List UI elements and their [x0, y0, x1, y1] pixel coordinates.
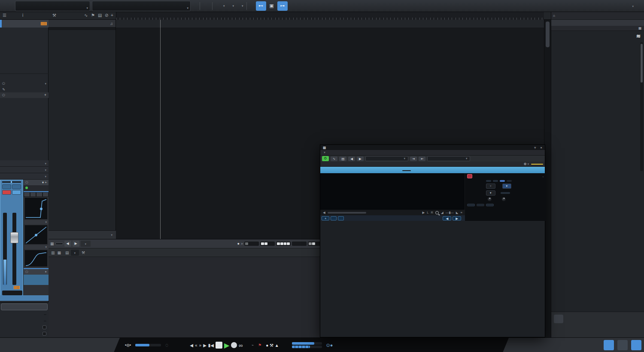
power-dot-icon[interactable]	[25, 187, 28, 189]
marker-icon[interactable]: ⚑	[258, 343, 261, 347]
close-icon[interactable]: ×	[540, 146, 542, 150]
vendor-header[interactable]: ≋	[551, 31, 644, 41]
tab-gate[interactable]	[24, 192, 30, 197]
gear-icon[interactable]: ⚙ ▾	[524, 162, 529, 166]
next-bar-button[interactable]: ▶	[203, 343, 207, 348]
automation-icon[interactable]: ∿	[331, 156, 337, 161]
insert-after-icon[interactable]: ⇤	[419, 156, 425, 161]
loop-button[interactable]: ∞	[239, 342, 243, 349]
input-select[interactable]: ▾	[0, 167, 49, 173]
solo-button[interactable]	[12, 184, 21, 189]
grid-view-icon[interactable]: ▦	[638, 26, 641, 30]
breadcrumb[interactable]: ▦	[551, 26, 644, 31]
mix-view-button[interactable]	[617, 340, 628, 350]
monitor-button[interactable]	[12, 190, 21, 195]
volume-fader[interactable]	[3, 213, 21, 285]
power-icon[interactable]: ⏻	[2, 93, 5, 97]
start-offset-knob[interactable]	[488, 197, 492, 201]
pad-color-swatch[interactable]	[467, 174, 472, 178]
file-icon[interactable]: ▤	[65, 251, 69, 255]
zoom-out-icon[interactable]: ◀	[323, 211, 325, 214]
pin-icon[interactable]: ▿	[534, 146, 536, 150]
add-track-icon[interactable]: +	[111, 13, 113, 18]
end-offset-knob[interactable]	[502, 197, 506, 201]
prev-preset-button[interactable]: ◀	[348, 156, 355, 161]
zoom-icon[interactable]	[435, 211, 439, 214]
arranger-track-header[interactable]: ♫	[49, 20, 115, 28]
edit-view-button[interactable]	[604, 340, 614, 350]
note-fx-row[interactable]: ⏻ +	[0, 92, 49, 98]
reverse-button[interactable]	[331, 216, 337, 220]
pattern-name[interactable]	[55, 242, 63, 245]
prev-variation-button[interactable]: ◀	[64, 241, 71, 247]
return-to-start-button[interactable]: ▮◀	[208, 343, 214, 348]
layer-mode-select[interactable]: ▾	[486, 184, 495, 189]
trigger-toggle-button[interactable]	[507, 180, 512, 182]
play-button[interactable]: ▶	[224, 341, 229, 349]
instrument-instance-select[interactable]: ▾	[320, 150, 545, 156]
inspector-track-header[interactable]	[0, 20, 49, 28]
eq-mode-select[interactable]: ▾	[24, 220, 49, 224]
gain-slider-icon[interactable]: —▮—	[446, 211, 454, 214]
sample-waveform-display[interactable]	[320, 173, 465, 210]
menu-icon[interactable]: ☰	[3, 13, 6, 18]
toggle-icon[interactable]: ⊙●	[326, 343, 333, 348]
instrument-keyboard-icon[interactable]	[14, 286, 20, 289]
comp-graph[interactable]	[24, 225, 48, 245]
forward-button[interactable]: »	[199, 343, 202, 348]
autoscroll-toggle-icon[interactable]: ⊶	[277, 1, 288, 11]
timebase-select[interactable]: ▾	[230, 3, 234, 8]
add-send-icon[interactable]: +	[45, 270, 47, 274]
reset-button[interactable]	[486, 204, 494, 206]
eq-graph[interactable]	[24, 197, 48, 220]
automation-icon[interactable]: ∿	[84, 13, 88, 18]
quantize-select[interactable]: ▾	[486, 190, 495, 196]
keyboard-view-icon[interactable]: ▥	[51, 251, 55, 255]
pad-focus-button[interactable]	[402, 170, 411, 171]
instrument-keyboard-icon[interactable]	[41, 22, 47, 25]
event-name[interactable]	[1, 303, 48, 310]
normalize-button[interactable]	[338, 216, 344, 220]
all-notes-off-button[interactable]	[467, 204, 475, 206]
pattern-instrument-select[interactable]: ▾	[71, 250, 79, 256]
insert-before-icon[interactable]: ⇥	[410, 156, 417, 161]
variation-select[interactable]: ▾	[81, 241, 91, 247]
automation-parameter-row[interactable]: ⏻ ▾	[0, 81, 49, 87]
scrollbar-thumb[interactable]	[641, 44, 643, 83]
prev-sample-button[interactable]: ◀	[443, 216, 451, 220]
copy-button[interactable]	[337, 164, 343, 165]
track-height-select[interactable]: ▾	[111, 233, 112, 237]
performance-meter[interactable]	[135, 344, 161, 346]
automation-parameter-box[interactable]: ▾	[15, 1, 90, 11]
tab-limit[interactable]	[43, 192, 49, 197]
right-marker-icon[interactable]: R	[431, 211, 433, 214]
info-icon[interactable]: i	[22, 13, 23, 18]
comp-mode-select[interactable]: ▾	[24, 245, 49, 249]
disable-icon[interactable]: ⊘	[105, 13, 108, 18]
pan-slider[interactable]	[2, 181, 21, 183]
timeline-ruler[interactable]	[116, 12, 544, 20]
subpreset-select[interactable]: ▾	[427, 156, 470, 161]
tab-eq[interactable]	[36, 192, 43, 197]
preset-select[interactable]: ▾	[365, 156, 408, 161]
trigger-loop-button[interactable]	[493, 180, 498, 182]
browse-view-button[interactable]	[631, 340, 641, 350]
edit-sample-button[interactable]	[477, 204, 484, 206]
grid-view-icon[interactable]: ▦	[58, 251, 61, 255]
list-icon[interactable]: ≡	[461, 211, 462, 214]
grid-toggle-icon[interactable]: ▣	[267, 1, 277, 11]
song-page-button[interactable]: ▾	[632, 3, 634, 8]
add-insert-icon[interactable]: ▾ +	[42, 181, 47, 184]
power-icon[interactable]: ⏻	[25, 270, 28, 274]
quantize-select[interactable]: ▾	[221, 3, 225, 8]
edit-lock-checkbox[interactable]	[43, 332, 46, 336]
trigger-one-shot-button[interactable]	[486, 180, 491, 182]
preset-file-icon[interactable]: ▤	[339, 156, 346, 161]
fade-out-icon[interactable]: ◣	[456, 211, 459, 214]
next-variation-button[interactable]: ▶	[73, 241, 79, 247]
layers-icon[interactable]: ▤	[98, 13, 102, 18]
auto-mode-button[interactable]	[322, 164, 329, 165]
rewind-button[interactable]: «	[195, 343, 197, 348]
paste-button[interactable]	[344, 164, 351, 165]
limiter-graph[interactable]	[24, 250, 48, 267]
